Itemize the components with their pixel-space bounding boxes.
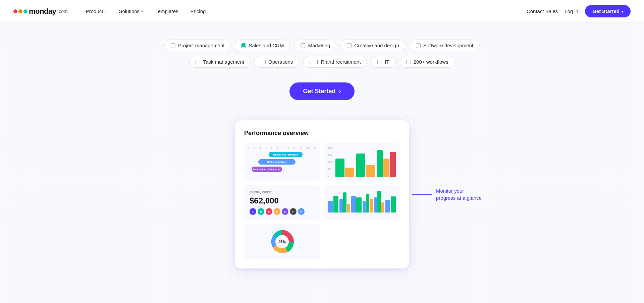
login-link[interactable]: Log in [565,8,578,14]
nav-solutions[interactable]: Solutions ∨ [114,6,148,17]
filter-row-2: Task management Operations HR and recrui… [138,56,506,68]
chip-software-dev[interactable]: Software development [410,40,480,51]
main-content: Project management Sales and CRM Marketi… [0,23,644,268]
checkbox-200-workflows [406,60,411,64]
gantt-timeline: 1 2 3 ● 5 6 7 8 9 10 11 12 [248,147,316,149]
logo-dot-orange [18,9,22,13]
gcol-5 [374,191,384,213]
checkbox-sales-crm [241,43,246,48]
chip-hr-recruitment[interactable]: HR and recruitment [303,56,367,68]
performance-title: Performance overview [244,130,400,137]
pie-chart: 45% [269,228,296,255]
avatar-3: C [266,208,272,215]
navbar: monday.com Product ∨ Solutions ∨ Templat… [0,0,644,23]
pie-chart-cell: 45% [244,224,320,259]
checkbox-marketing [301,43,305,48]
solutions-chevron-icon: ∨ [141,9,143,13]
contact-sales-link[interactable]: Contact Sales [527,8,558,14]
filter-row-1: Project management Sales and CRM Marketi… [138,40,506,51]
chip-it[interactable]: IT [371,56,395,68]
avatar-1: A [250,208,256,215]
avatar-7: G [298,208,305,215]
annotation-text: Monitor your progress at a glance [436,187,483,201]
nav-product[interactable]: Product ∨ [81,6,112,17]
pie-label: 45% [278,240,286,244]
avatar-row: A B C D E F G [250,208,315,215]
gantt-bar-3: Finalize kickoff materials [248,167,316,172]
avatar-4: D [274,208,280,215]
nav-right: Contact Sales Log in Get Started › [527,5,631,17]
checkbox-hr-recruitment [310,60,314,64]
stacked-bar-chart: 200 150 100 50 0 [324,143,400,181]
budget-cell: Monthly budget $62,000 A B C D E F G [244,185,320,220]
checkbox-project-management [171,43,175,48]
logo-dot-red [13,9,17,13]
avatar-5: E [282,208,288,215]
annotation-line [412,194,432,195]
gantt-chart: 1 2 3 ● 5 6 7 8 9 10 11 12 [244,143,320,181]
nav-links: Product ∨ Solutions ∨ Templates Pricing [81,6,527,17]
bar-chart-area: 200 150 100 50 0 [328,147,396,177]
logo-icon [13,9,28,13]
checkbox-task-management [196,60,200,64]
checkbox-creative-design [347,43,352,48]
checkbox-software-dev [416,43,421,48]
logo[interactable]: monday.com [13,7,68,16]
chip-creative-design[interactable]: Creative and design [340,40,405,51]
nav-pricing[interactable]: Pricing [186,6,211,17]
chip-operations[interactable]: Operations [255,56,299,68]
bar-group-2 [356,154,375,177]
bar-group-1 [335,159,354,177]
grouped-bars-chart [328,189,396,213]
performance-card: Performance overview 1 2 3 ● 5 6 7 8 9 1… [235,120,409,268]
gcol-6 [385,196,396,213]
budget-label: Monthly budget [250,190,315,194]
checkbox-operations [261,60,266,64]
grouped-bars-cell [324,185,400,220]
performance-card-wrapper: Performance overview 1 2 3 ● 5 6 7 8 9 1… [235,120,409,268]
cta-arrow-icon: › [339,88,341,95]
gantt-bar-2: Refine objectives [248,159,316,165]
arrow-icon: › [622,8,623,14]
logo-name: monday [29,7,56,16]
chip-200-workflows[interactable]: 200+ workflows [400,56,455,68]
checkbox-it [377,60,382,64]
performance-grid: 1 2 3 ● 5 6 7 8 9 10 11 12 [244,143,400,259]
get-started-main-button[interactable]: Get Started › [289,82,354,100]
logo-com: .com [57,9,67,14]
chip-task-management[interactable]: Task management [189,56,251,68]
gcol-2 [339,192,350,213]
logo-dot-teal [23,9,28,13]
avatar-2: B [258,208,264,215]
gantt-bars: Identify key resources Refine objectives… [248,152,316,172]
product-chevron-icon: ∨ [104,9,107,13]
chip-sales-crm[interactable]: Sales and CRM [235,40,290,51]
gcol-4 [363,194,373,213]
gantt-bar-1: Identify key resources [248,152,316,157]
bar-group-3 [377,150,396,177]
nav-templates[interactable]: Templates [151,6,183,17]
gcol-3 [351,196,361,213]
chip-marketing[interactable]: Marketing [294,40,336,51]
annotation: Monitor your progress at a glance [412,187,483,201]
budget-value: $62,000 [250,196,315,205]
y-axis: 200 150 100 50 0 [328,147,332,177]
gcol-1 [328,196,338,213]
get-started-nav-button[interactable]: Get Started › [585,5,631,17]
chip-project-management[interactable]: Project management [164,40,231,51]
avatar-6: F [290,208,297,215]
